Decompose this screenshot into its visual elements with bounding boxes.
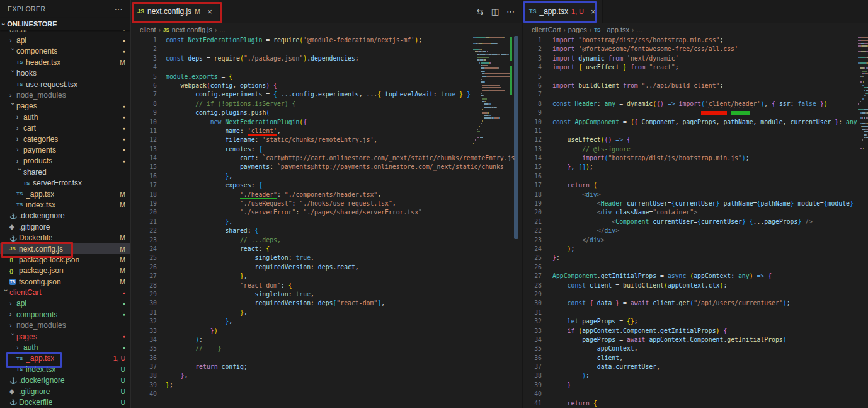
line-number[interactable]: 14 xyxy=(523,154,552,163)
code-editor[interactable]: 1const NextFederationPlugin = require('@… xyxy=(131,36,522,408)
code-line[interactable]: 35 appContext, xyxy=(523,344,868,353)
tree-item-components[interactable]: ›components● xyxy=(0,309,130,320)
line-number[interactable]: 11 xyxy=(131,127,166,136)
line-number[interactable]: 10 xyxy=(131,118,166,127)
tree-item-auth[interactable]: ›auth● xyxy=(0,342,130,353)
code-line[interactable]: 15 payments: `payments@http://payments.o… xyxy=(131,163,522,172)
chevron-right-icon[interactable]: › xyxy=(9,311,16,318)
line-number[interactable]: 9 xyxy=(131,108,166,117)
code-line[interactable]: 13 remotes: { xyxy=(131,145,522,154)
scrollbar-slider[interactable] xyxy=(514,36,518,239)
chevron-right-icon[interactable]: › xyxy=(9,92,16,99)
chevron-down-icon[interactable]: › xyxy=(9,70,16,77)
line-number[interactable]: 17 xyxy=(131,181,166,190)
code-line[interactable]: 40 xyxy=(523,390,868,399)
code-line[interactable]: 14 cart: `cart@http://cart.onlinestore.c… xyxy=(131,154,522,163)
code-line[interactable]: 21 }, xyxy=(131,218,522,226)
line-number[interactable]: 21 xyxy=(523,218,552,226)
line-number[interactable]: 18 xyxy=(131,190,166,199)
line-number[interactable]: 37 xyxy=(523,363,552,371)
line-number[interactable]: 38 xyxy=(131,371,166,380)
line-number[interactable]: 36 xyxy=(131,354,166,363)
tree-item-shared[interactable]: ›shared xyxy=(0,166,130,177)
line-number[interactable]: 23 xyxy=(523,236,552,245)
code-line[interactable]: 27 }, xyxy=(131,272,522,281)
tab-next.config.js[interactable]: JSnext.config.jsM× xyxy=(131,0,219,23)
code-line[interactable]: 25}; xyxy=(523,254,868,262)
code-line[interactable]: 32 let pageProps = {}; xyxy=(523,317,868,326)
line-number[interactable]: 24 xyxy=(131,245,166,254)
code-line[interactable]: 36 client, xyxy=(523,354,868,363)
code-line[interactable]: 21 <Component currentUser={currentUser} … xyxy=(523,218,868,226)
code-line[interactable]: 8const Header: any = dynamic(() => impor… xyxy=(523,100,868,108)
chevron-down-icon[interactable]: › xyxy=(16,168,23,175)
code-line[interactable]: 7 xyxy=(523,90,868,99)
tree-item-package.json[interactable]: {}package.jsonM xyxy=(0,265,130,276)
line-number[interactable]: 2 xyxy=(131,45,166,54)
breadcrumb-item[interactable]: next.config.js xyxy=(172,26,212,33)
tree-item-categories[interactable]: ›categories● xyxy=(0,134,130,144)
tree-item-_app.tsx[interactable]: TS_app.tsxM xyxy=(0,189,130,199)
line-number[interactable]: 32 xyxy=(523,317,552,326)
line-number[interactable]: 20 xyxy=(131,208,166,217)
code-line[interactable]: 34 ); xyxy=(131,335,522,344)
code-line[interactable]: 1const NextFederationPlugin = require('@… xyxy=(131,36,522,45)
code-line[interactable]: 22 shared: { xyxy=(131,226,522,235)
explorer-more-actions-icon[interactable]: ⋯ xyxy=(115,4,123,14)
chevron-right-icon[interactable]: › xyxy=(16,158,23,165)
breadcrumb-item[interactable]: ... xyxy=(219,26,225,33)
chevron-right-icon[interactable]: › xyxy=(16,136,23,143)
split-editor-icon[interactable]: ◫ xyxy=(491,7,499,16)
code-line[interactable]: 2import '@fortawesome/fontawesome-free/c… xyxy=(523,45,868,54)
line-number[interactable]: 22 xyxy=(131,226,166,235)
line-number[interactable]: 9 xyxy=(523,108,552,117)
code-line[interactable]: 37 data.currentUser, xyxy=(523,363,868,371)
chevron-down-icon[interactable]: › xyxy=(9,333,16,340)
line-number[interactable]: 24 xyxy=(523,245,552,254)
line-number[interactable]: 14 xyxy=(131,154,166,163)
tree-item-index.tsx[interactable]: TSindex.tsxM xyxy=(0,199,130,210)
line-number[interactable]: 33 xyxy=(131,327,166,335)
code-line[interactable]: 19 "./useRequest": "./hooks/use-request.… xyxy=(131,199,522,208)
line-number[interactable]: 27 xyxy=(131,272,166,281)
line-number[interactable]: 27 xyxy=(523,272,552,281)
code-line[interactable]: 19 <Header currentUser={currentUser} pat… xyxy=(523,199,868,208)
code-line[interactable]: 2 xyxy=(131,45,522,54)
tab-_app.tsx[interactable]: TS_app.tsx1, U× xyxy=(523,0,603,23)
line-number[interactable]: 35 xyxy=(523,344,552,353)
line-number[interactable]: 36 xyxy=(523,354,552,363)
code-line[interactable]: 31 }, xyxy=(131,308,522,317)
line-number[interactable]: 1 xyxy=(131,36,166,45)
line-number[interactable]: 2 xyxy=(523,45,552,54)
line-number[interactable]: 15 xyxy=(131,163,166,172)
code-line[interactable]: 3import dynamic from 'next/dynamic' xyxy=(523,54,868,63)
line-number[interactable]: 1 xyxy=(523,36,552,45)
line-number[interactable]: 28 xyxy=(523,281,552,290)
code-line[interactable]: 16 }, xyxy=(131,172,522,181)
code-line[interactable]: 33 }) xyxy=(131,327,522,335)
tree-item-tsconfig.json[interactable]: TStsconfig.jsonM xyxy=(0,276,130,287)
code-line[interactable]: 3const deps = require("./package.json").… xyxy=(131,54,522,63)
minimap[interactable] xyxy=(858,37,868,408)
tree-item-hooks[interactable]: ›hooks xyxy=(0,68,130,79)
tree-item-.dockerignore[interactable]: ⚓.dockerignore xyxy=(0,211,130,221)
line-number[interactable]: 4 xyxy=(523,63,552,72)
line-number[interactable]: 13 xyxy=(131,145,166,154)
code-line[interactable]: 4import { useEffect } from "react"; xyxy=(523,63,868,72)
code-line[interactable]: 28 const client = buildClient(appContext… xyxy=(523,281,868,290)
code-line[interactable]: 17 return ( xyxy=(523,181,868,190)
tree-item-Dockerfile[interactable]: ⚓DockerfileM xyxy=(0,232,130,243)
code-editor[interactable]: 1import "bootstrap/dist/css/bootstrap.mi… xyxy=(523,36,868,408)
line-number[interactable]: 23 xyxy=(131,236,166,245)
line-number[interactable]: 5 xyxy=(523,73,552,81)
tree-item-node_modules[interactable]: ›node_modules xyxy=(0,90,130,100)
line-number[interactable]: 17 xyxy=(523,181,552,190)
minimap[interactable] xyxy=(473,37,512,408)
code-line[interactable]: 38 ); xyxy=(523,371,868,380)
line-number[interactable]: 16 xyxy=(131,172,166,181)
line-number[interactable]: 19 xyxy=(131,199,166,208)
tree-item-Dockerfile[interactable]: ⚓DockerfileU xyxy=(0,397,130,407)
line-number[interactable]: 30 xyxy=(523,299,552,308)
tree-item-cart[interactable]: ›cart● xyxy=(0,123,130,134)
code-line[interactable]: 18 <div> xyxy=(523,190,868,199)
